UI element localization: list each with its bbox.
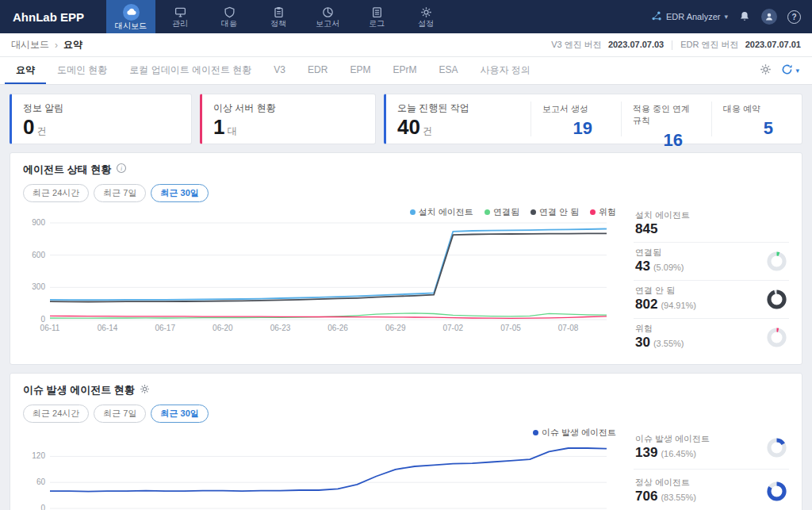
legend-dot <box>410 209 416 215</box>
nav-policy[interactable]: 정책 <box>254 0 303 33</box>
issue-donut <box>766 437 787 458</box>
substat-value: 16 <box>633 130 700 151</box>
legend-dot <box>590 209 596 215</box>
svg-text:06-29: 06-29 <box>385 324 406 332</box>
substat-label: 적용 중인 연계 규칙 <box>633 103 700 127</box>
response-reservation-substat[interactable]: 대응 예약 5 <box>711 102 802 136</box>
agent-range-filters: 최근 24시간 최근 7일 최근 30일 <box>23 184 789 202</box>
svg-text:900: 900 <box>32 218 45 227</box>
edr-engine-version-label: EDR 엔진 버전 <box>680 40 738 49</box>
svg-text:600: 600 <box>32 251 45 259</box>
tab-v3[interactable]: V3 <box>262 57 297 84</box>
disconnected-donut <box>766 289 787 310</box>
risk-agents-stat: 위험 30(3.55%) <box>634 319 789 356</box>
tab-settings-gear-icon[interactable] <box>760 63 772 79</box>
stat-label: 오늘 진행된 작업 <box>397 102 523 115</box>
nav-label: 관리 <box>172 19 188 28</box>
info-alert-card[interactable]: 정보 알림 0건 <box>10 94 192 144</box>
notifications-bell-icon[interactable] <box>738 10 751 24</box>
edr-analyzer-menu[interactable]: EDR Analyzer ▾ <box>651 10 728 23</box>
filter-24h-button[interactable]: 최근 24시간 <box>23 405 89 423</box>
stat-unit: 대 <box>227 125 236 136</box>
tab-esa[interactable]: ESA <box>427 57 469 84</box>
chevron-down-icon: ▾ <box>795 67 799 75</box>
nav-dashboard[interactable]: 대시보드 <box>106 0 155 33</box>
main-nav: 대시보드 관리 대응 정책 보고서 로그 설정 <box>106 0 450 33</box>
substat-value: 5 <box>723 118 791 139</box>
engine-versions: V3 엔진 버전 2023.07.07.03 EDR 엔진 버전 2023.07… <box>551 39 801 51</box>
nav-label: 설정 <box>418 19 434 28</box>
agent-chart-legend: 설치 에이전트 연결됨 연결 안 됨 위험 <box>23 205 622 218</box>
normal-donut <box>766 481 787 502</box>
tab-domain-status[interactable]: 도메인 현황 <box>46 57 118 84</box>
nav-report[interactable]: 보고서 <box>303 0 352 33</box>
normal-agents-stat: 정상 에이전트 706(83.55%) <box>634 470 789 510</box>
nav-label: 로그 <box>369 19 385 28</box>
chevron-down-icon: ▾ <box>724 13 728 21</box>
filter-30d-button[interactable]: 최근 30일 <box>151 184 208 202</box>
filter-24h-button[interactable]: 최근 24시간 <box>23 184 89 202</box>
nav-log[interactable]: 로그 <box>352 0 401 33</box>
nav-management[interactable]: 관리 <box>155 0 205 33</box>
tab-epm[interactable]: EPM <box>339 57 381 84</box>
stat-value: 0 <box>23 115 34 139</box>
pie-chart-icon <box>322 6 334 18</box>
tab-summary[interactable]: 요약 <box>5 57 46 84</box>
issue-chart-area: 이슈 발생 에이전트 06012006-1106-1406-1706-2006-… <box>23 426 622 510</box>
svg-text:0: 0 <box>40 504 45 510</box>
legend-dot <box>533 430 538 435</box>
nav-label: 대응 <box>221 19 237 28</box>
active-link-rules-substat[interactable]: 적용 중인 연계 규칙 16 <box>621 102 711 136</box>
help-icon[interactable]: ? <box>787 10 801 24</box>
panel-gear-icon[interactable] <box>140 383 150 397</box>
gear-icon <box>420 6 432 18</box>
edr-engine-version-value: 2023.07.07.01 <box>745 40 801 49</box>
stat-label: 정보 알림 <box>23 102 191 115</box>
tab-local-update-agent[interactable]: 로컬 업데이트 에이전트 현황 <box>118 57 262 84</box>
shield-icon <box>224 6 236 18</box>
nav-settings[interactable]: 설정 <box>401 0 450 33</box>
report-created-substat[interactable]: 보고서 생성 19 <box>530 102 621 136</box>
tab-edr[interactable]: EDR <box>297 57 339 84</box>
issue-agents-stats: 이슈 발생 에이전트 139(16.45%) 정상 에이전트 706(83.55… <box>634 426 789 510</box>
tab-custom[interactable]: 사용자 정의 <box>469 57 541 84</box>
agent-status-panel: 에이전트 상태 현황 i 최근 24시간 최근 7일 최근 30일 설치 에이전… <box>10 152 802 365</box>
substat-label: 대응 예약 <box>723 103 791 115</box>
issue-chart-legend: 이슈 발생 에이전트 <box>23 426 622 439</box>
svg-text:i: i <box>121 165 122 172</box>
top-navbar: AhnLab EPP 대시보드 관리 대응 정책 보고서 로그 설정 <box>0 0 812 33</box>
info-icon[interactable]: i <box>116 163 127 177</box>
analyzer-label: EDR Analyzer <box>666 12 720 21</box>
svg-text:06-26: 06-26 <box>327 324 348 332</box>
v3-engine-version-value: 2023.07.07.03 <box>608 40 664 49</box>
refresh-icon <box>781 63 793 79</box>
refresh-interval-control[interactable]: ▾ <box>781 63 799 79</box>
filter-7d-button[interactable]: 최근 7일 <box>94 405 146 423</box>
legend-issue-agents: 이슈 발생 에이전트 <box>533 427 616 439</box>
summary-stat-row: 정보 알림 0건 이상 서버 현황 1대 오늘 진행된 작업 40건 보고서 생… <box>10 94 802 144</box>
nav-label: 대시보드 <box>115 21 147 30</box>
stat-value: 1 <box>213 115 224 139</box>
svg-text:06-14: 06-14 <box>98 324 118 332</box>
risk-donut <box>766 327 787 348</box>
monitor-icon <box>174 6 186 18</box>
legend-risk: 위험 <box>590 206 616 218</box>
breadcrumb-root[interactable]: 대시보드 <box>11 38 49 52</box>
connected-agents-stat: 연결됨 43(5.09%) <box>634 243 789 281</box>
agent-status-stats: 설치 에이전트 845 연결됨 43(5.09%) 연결 안 됨 802(94.… <box>634 205 789 356</box>
today-jobs-card[interactable]: 오늘 진행된 작업 40건 보고서 생성 19 적용 중인 연계 규칙 16 대… <box>384 94 802 144</box>
filter-7d-button[interactable]: 최근 7일 <box>94 184 146 202</box>
filter-30d-button[interactable]: 최근 30일 <box>151 405 208 423</box>
connected-donut <box>766 251 787 272</box>
abnormal-server-card[interactable]: 이상 서버 현황 1대 <box>200 94 376 144</box>
installed-agents-stat: 설치 에이전트 845 <box>634 205 789 243</box>
legend-installed: 설치 에이전트 <box>410 206 473 218</box>
user-avatar-icon[interactable] <box>761 9 777 25</box>
svg-text:06-23: 06-23 <box>270 324 291 332</box>
panel-title: 이슈 발생 에이전트 현황 <box>23 383 135 397</box>
tabs-toolbar: ▾ <box>760 57 807 84</box>
panel-title: 에이전트 상태 현황 <box>23 163 111 177</box>
tab-eprm[interactable]: EPrM <box>381 57 427 84</box>
nav-response[interactable]: 대응 <box>205 0 254 33</box>
svg-text:0: 0 <box>40 315 45 324</box>
